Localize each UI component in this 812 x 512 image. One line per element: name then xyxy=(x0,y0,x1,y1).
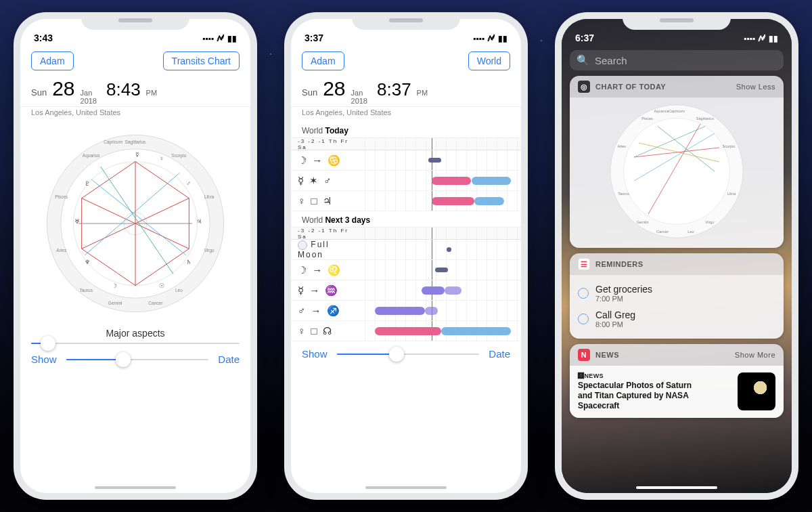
location-label: Los Angeles, United States xyxy=(20,107,250,122)
device-notch xyxy=(623,12,731,30)
toolbar: Adam Transits Chart xyxy=(20,45,250,74)
reminder-item[interactable]: Call Greg 8:00 PM xyxy=(578,306,775,332)
natal-chart[interactable]: Sagittarius Scorpio Libra Virgo Leo Canc… xyxy=(20,122,250,324)
svg-text:Pisces: Pisces xyxy=(55,194,68,199)
ampm: PM xyxy=(417,89,428,97)
screen-1: 3:43 ▪▪▪▪ 🗲 ▮▮ Adam Transits Chart Sun 2… xyxy=(20,19,250,493)
profile-button[interactable]: Adam xyxy=(302,51,344,70)
battery-icon: ▮▮ xyxy=(769,34,778,43)
reminders-icon: ☰ xyxy=(578,258,590,270)
full-moon-label: Full Moon xyxy=(298,240,355,259)
svg-text:Scorpio: Scorpio xyxy=(171,153,186,158)
widget-reminders[interactable]: ☰ REMINDERS Get groceries 7:00 PM xyxy=(570,253,784,339)
svg-text:Cancer: Cancer xyxy=(656,230,669,234)
time: 8:43 xyxy=(106,79,141,100)
svg-text:♅: ♅ xyxy=(74,218,80,225)
date-button[interactable]: Date xyxy=(218,354,240,365)
home-indicator[interactable] xyxy=(95,486,176,489)
transit-row[interactable]: Full Moon xyxy=(291,240,521,260)
news-item[interactable]: 🅰NEWS Spectacular Photos of Saturn and T… xyxy=(570,366,784,418)
transit-row[interactable]: ☿ ✶ ♂ xyxy=(291,171,521,191)
reminder-time: 7:00 PM xyxy=(595,295,652,303)
transit-row[interactable]: ♀ □ ♃ xyxy=(291,191,521,211)
battery-icon: ▮▮ xyxy=(227,34,237,43)
screen-2: 3:37 ▪▪▪▪ 🗲 ▮▮ Adam World Sun 28 Jan2018… xyxy=(291,19,521,493)
major-aspects-label: Major aspects xyxy=(20,324,250,340)
svg-text:Aries: Aries xyxy=(617,144,626,148)
svg-text:♄: ♄ xyxy=(186,259,191,265)
widget-news[interactable]: N NEWS Show More 🅰NEWS Spectacular Photo… xyxy=(570,344,784,418)
show-button[interactable]: Show xyxy=(31,354,57,365)
transit-row[interactable]: ♀ □ ☊ xyxy=(291,321,521,341)
device-notch xyxy=(81,12,189,30)
toolbar: Adam World xyxy=(291,45,521,74)
aspect-symbols: ☽ → ♌ xyxy=(298,264,355,276)
svg-text:Aquarius: Aquarius xyxy=(83,153,100,158)
svg-text:Capricorn: Capricorn xyxy=(104,140,123,145)
svg-text:Sagittarius: Sagittarius xyxy=(696,116,715,121)
reminder-checkbox[interactable] xyxy=(578,288,589,299)
widget-title: NEWS xyxy=(595,351,619,359)
location-label: Los Angeles, United States xyxy=(291,107,521,122)
timeline-header: -3 -2 -1 Th Fr Sa xyxy=(291,138,521,150)
widget-chart-of-today[interactable]: ◎ CHART OF TODAY Show Less CapricornSagi… xyxy=(570,76,784,248)
news-thumbnail xyxy=(738,372,775,410)
status-time: 6:37 xyxy=(575,33,594,43)
reminder-item[interactable]: Get groceries 7:00 PM xyxy=(578,280,775,306)
svg-text:♂: ♂ xyxy=(186,180,191,187)
phone-mockup-3: 6:37 ▪▪▪▪ 🗲 ▮▮ 🔍 Search ◎ CHART OF TODAY… xyxy=(555,12,798,500)
section-world-today: World Today xyxy=(291,122,521,137)
svg-text:Gemini: Gemini xyxy=(108,301,122,305)
world-button[interactable]: World xyxy=(468,51,510,70)
day-number: 28 xyxy=(323,77,345,100)
svg-text:Leo: Leo xyxy=(175,288,183,293)
app-icon: ◎ xyxy=(578,81,590,93)
transit-row[interactable]: ♂ → ♐ xyxy=(291,301,521,321)
footer-row: Show Date xyxy=(20,347,250,365)
battery-icon: ▮▮ xyxy=(498,34,508,43)
reminders-body: Get groceries 7:00 PM Call Greg 8:00 PM xyxy=(570,275,784,339)
svg-point-35 xyxy=(624,119,730,225)
svg-text:Cancer: Cancer xyxy=(148,301,163,305)
date-slider[interactable] xyxy=(337,354,480,355)
home-indicator[interactable] xyxy=(365,486,447,489)
aspect-symbols: ☽ → ♋ xyxy=(298,154,355,167)
day-number: 28 xyxy=(52,77,74,100)
show-button[interactable]: Show xyxy=(302,348,328,360)
news-icon: N xyxy=(578,349,590,361)
datetime-row[interactable]: Sun 28 Jan2018 8:37 PM xyxy=(291,74,521,107)
weekday: Sun xyxy=(31,87,47,98)
show-more-button[interactable]: Show More xyxy=(735,351,775,359)
date-slider[interactable] xyxy=(66,359,209,360)
svg-text:Capricorn: Capricorn xyxy=(669,109,685,113)
status-time: 3:37 xyxy=(304,33,323,43)
transits-chart-button[interactable]: Transits Chart xyxy=(163,51,240,70)
spotlight-search[interactable]: 🔍 Search xyxy=(570,50,784,70)
reminder-time: 8:00 PM xyxy=(595,320,635,328)
transit-row[interactable]: ☽ → ♋ xyxy=(291,150,521,171)
reminder-checkbox[interactable] xyxy=(578,314,589,324)
status-icons: ▪▪▪▪ 🗲 ▮▮ xyxy=(202,34,237,43)
date-button[interactable]: Date xyxy=(489,348,510,360)
profile-button[interactable]: Adam xyxy=(31,51,74,70)
svg-text:♆: ♆ xyxy=(85,259,90,265)
widget-title: REMINDERS xyxy=(595,260,644,268)
section-next-3-days: World Next 3 days xyxy=(291,211,521,227)
svg-text:Sagittarius: Sagittarius xyxy=(125,140,147,145)
show-less-button[interactable]: Show Less xyxy=(736,83,775,91)
svg-text:Virgo: Virgo xyxy=(706,220,715,224)
aspect-symbols: ♀ □ ♃ xyxy=(298,195,355,207)
ampm: PM xyxy=(146,89,158,97)
transit-row[interactable]: ☽ → ♌ xyxy=(291,260,521,280)
news-source: 🅰NEWS xyxy=(578,372,700,379)
transit-row[interactable]: ☿ → ♒ xyxy=(291,280,521,301)
svg-text:Pisces: Pisces xyxy=(641,116,653,121)
datetime-row[interactable]: Sun 28 Jan2018 8:43 PM xyxy=(20,74,250,107)
home-indicator[interactable] xyxy=(636,486,717,489)
aspect-symbols: ☿ → ♒ xyxy=(298,284,355,297)
svg-text:Taurus: Taurus xyxy=(79,288,93,293)
status-icons: ▪▪▪▪ 🗲 ▮▮ xyxy=(473,34,508,43)
aspects-slider[interactable] xyxy=(31,343,240,344)
wifi-icon: 🗲 xyxy=(487,34,495,43)
svg-text:Libra: Libra xyxy=(204,194,215,199)
